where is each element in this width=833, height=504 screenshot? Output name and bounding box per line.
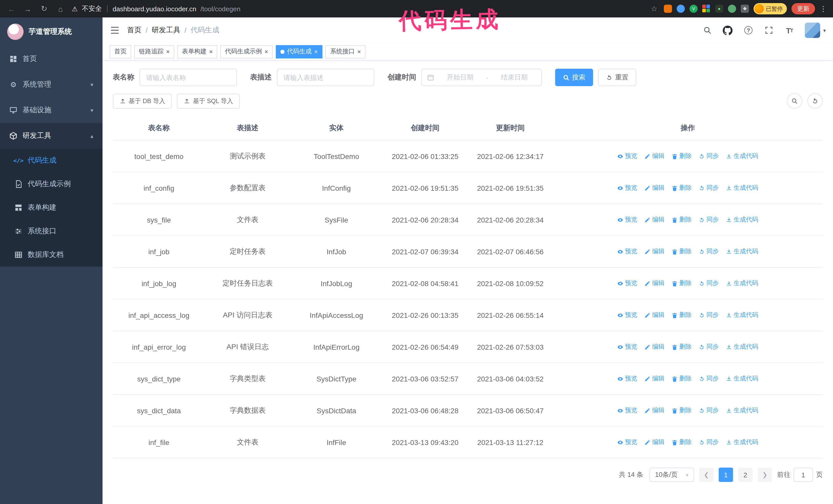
generate-code-link[interactable]: 生成代码 xyxy=(726,311,758,319)
preview-link[interactable]: 预览 xyxy=(617,438,638,447)
breadcrumb-item-home[interactable]: 首页 xyxy=(127,26,142,35)
generate-code-link[interactable]: 生成代码 xyxy=(726,184,758,192)
close-icon[interactable]: × xyxy=(209,48,213,55)
generate-code-link[interactable]: 生成代码 xyxy=(726,152,758,161)
edit-link[interactable]: 编辑 xyxy=(645,342,665,351)
edit-link[interactable]: 编辑 xyxy=(645,279,665,288)
reload-icon[interactable]: ↻ xyxy=(39,4,49,13)
edit-link[interactable]: 编辑 xyxy=(645,374,665,383)
page-size-select[interactable]: 10条/页 ▾ xyxy=(649,467,694,482)
edit-link[interactable]: 编辑 xyxy=(645,152,665,161)
sync-link[interactable]: 同步 xyxy=(699,247,719,256)
sync-link[interactable]: 同步 xyxy=(699,152,719,161)
extension-icon-leaf[interactable] xyxy=(728,5,736,13)
font-size-icon[interactable]: TT xyxy=(784,25,794,35)
delete-link[interactable]: 删除 xyxy=(672,438,692,447)
extension-icon-orange[interactable] xyxy=(664,5,672,13)
preview-link[interactable]: 预览 xyxy=(617,311,638,319)
generate-code-link[interactable]: 生成代码 xyxy=(726,374,758,383)
back-icon[interactable]: ← xyxy=(6,4,17,13)
preview-link[interactable]: 预览 xyxy=(617,342,638,351)
generate-code-link[interactable]: 生成代码 xyxy=(726,279,758,288)
generate-code-link[interactable]: 生成代码 xyxy=(726,438,758,447)
browser-update-button[interactable]: 更新 xyxy=(791,3,815,14)
sidebar-item-db-docs[interactable]: 数据库文档 xyxy=(0,243,102,267)
forward-icon[interactable]: → xyxy=(23,4,33,13)
close-icon[interactable]: × xyxy=(264,48,268,55)
home-icon[interactable]: ⌂ xyxy=(55,4,66,13)
edit-link[interactable]: 编辑 xyxy=(645,438,665,447)
reset-button[interactable]: 重置 xyxy=(598,69,636,86)
sidebar-item-system[interactable]: ⚙ 系统管理 ▾ xyxy=(0,72,102,97)
hamburger-icon[interactable] xyxy=(110,25,120,35)
preview-link[interactable]: 预览 xyxy=(617,247,638,256)
delete-link[interactable]: 删除 xyxy=(672,374,692,383)
toggle-search-button[interactable] xyxy=(787,93,802,109)
edit-link[interactable]: 编辑 xyxy=(645,184,665,192)
generate-code-link[interactable]: 生成代码 xyxy=(726,406,758,415)
preview-link[interactable]: 预览 xyxy=(617,374,638,383)
delete-link[interactable]: 删除 xyxy=(672,247,692,256)
sync-link[interactable]: 同步 xyxy=(699,184,719,192)
delete-link[interactable]: 删除 xyxy=(672,406,692,415)
extensions-puzzle-icon[interactable]: ❖ xyxy=(741,5,749,13)
help-icon[interactable]: ? xyxy=(743,25,754,35)
delete-link[interactable]: 删除 xyxy=(672,184,692,192)
sync-link[interactable]: 同步 xyxy=(699,215,719,224)
preview-link[interactable]: 预览 xyxy=(617,152,638,161)
sidebar-item-infra[interactable]: 基础设施 ▾ xyxy=(0,97,102,123)
sync-link[interactable]: 同步 xyxy=(699,438,719,447)
edit-link[interactable]: 编辑 xyxy=(645,311,665,319)
sidebar-item-system-api[interactable]: 系统接口 xyxy=(0,219,102,243)
page-button-1[interactable]: 1 xyxy=(719,467,733,482)
import-db-button[interactable]: 基于 DB 导入 xyxy=(113,94,172,109)
sidebar-item-home[interactable]: 首页 xyxy=(0,46,102,72)
user-menu[interactable]: ▾ xyxy=(805,23,826,38)
preview-link[interactable]: 预览 xyxy=(617,215,638,224)
edit-link[interactable]: 编辑 xyxy=(645,406,665,415)
logo[interactable]: 芋道管理系统 xyxy=(0,18,102,46)
table-desc-input[interactable] xyxy=(277,69,374,86)
generate-code-link[interactable]: 生成代码 xyxy=(726,215,758,224)
generate-code-link[interactable]: 生成代码 xyxy=(726,342,758,351)
sidebar-item-codegen-example[interactable]: 代码生成示例 xyxy=(0,172,102,196)
extension-icon-grid[interactable] xyxy=(702,5,711,13)
close-icon[interactable]: × xyxy=(357,48,361,55)
fullscreen-icon[interactable] xyxy=(764,25,774,35)
delete-link[interactable]: 删除 xyxy=(672,215,692,224)
browser-menu-icon[interactable]: ⋮ xyxy=(820,5,827,13)
github-icon[interactable] xyxy=(723,25,733,35)
sync-link[interactable]: 同步 xyxy=(699,374,719,383)
extension-icon-dark[interactable]: ● xyxy=(715,5,723,13)
delete-link[interactable]: 删除 xyxy=(672,342,692,351)
edit-link[interactable]: 编辑 xyxy=(645,215,665,224)
sync-link[interactable]: 同步 xyxy=(699,279,719,288)
breadcrumb-item-devtools[interactable]: 研发工具 xyxy=(152,26,181,35)
preview-link[interactable]: 预览 xyxy=(617,279,638,288)
date-range-picker[interactable]: 开始日期 - 结束日期 xyxy=(421,69,542,86)
goto-page-input[interactable] xyxy=(793,467,813,482)
page-button-2[interactable]: 2 xyxy=(738,467,753,482)
close-icon[interactable]: × xyxy=(314,48,318,55)
search-icon[interactable] xyxy=(702,25,713,35)
sidebar-item-form-builder[interactable]: 表单构建 xyxy=(0,196,102,219)
delete-link[interactable]: 删除 xyxy=(672,152,692,161)
tag-tracing[interactable]: 链路追踪 × xyxy=(134,45,174,58)
tag-form-builder[interactable]: 表单构建 × xyxy=(177,45,217,58)
tag-codegen-active[interactable]: 代码生成 × xyxy=(276,45,323,58)
tag-home[interactable]: 首页 xyxy=(110,45,131,58)
sync-link[interactable]: 同步 xyxy=(699,311,719,319)
tag-system-api[interactable]: 系统接口 × xyxy=(326,45,365,58)
refresh-table-button[interactable] xyxy=(807,93,823,109)
close-icon[interactable]: × xyxy=(166,48,170,55)
delete-link[interactable]: 删除 xyxy=(672,279,692,288)
extension-icon-green-check[interactable]: V xyxy=(689,5,698,13)
sync-link[interactable]: 同步 xyxy=(699,342,719,351)
table-name-input[interactable] xyxy=(139,69,237,86)
import-sql-button[interactable]: 基于 SQL 导入 xyxy=(177,94,240,109)
bookmark-star-icon[interactable]: ☆ xyxy=(649,4,659,13)
generate-code-link[interactable]: 生成代码 xyxy=(726,247,758,256)
address-bar[interactable]: ⚠ 不安全 dashboard.yudao.iocoder.cn/tool/co… xyxy=(72,4,643,13)
delete-link[interactable]: 删除 xyxy=(672,311,692,319)
preview-link[interactable]: 预览 xyxy=(617,184,638,192)
